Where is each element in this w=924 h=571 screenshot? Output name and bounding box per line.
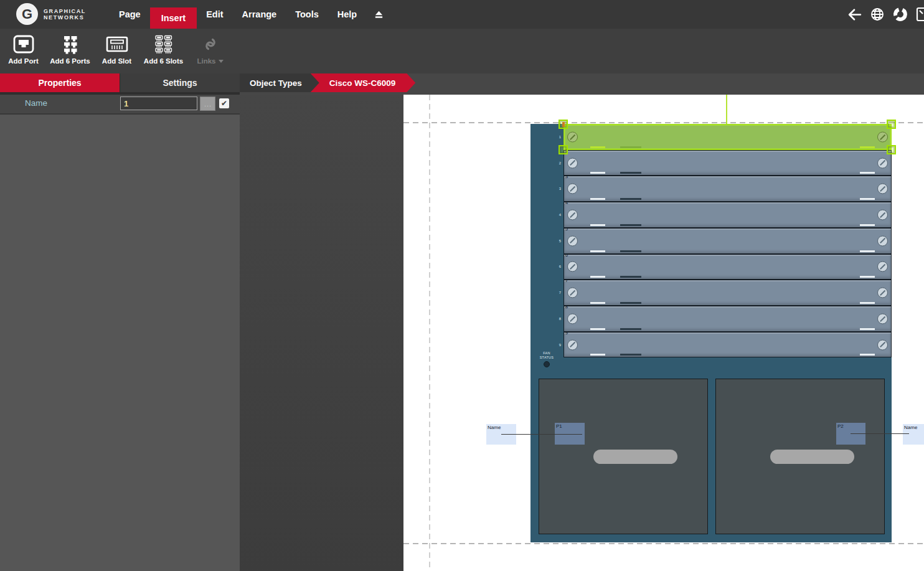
menu-insert[interactable]: Insert — [150, 7, 197, 29]
menu-arrange[interactable]: Arrange — [233, 0, 286, 29]
menu-page[interactable]: Page — [110, 0, 150, 29]
add-6-slots-button[interactable]: Add 6 Slots — [140, 29, 187, 73]
main-menu: Page Insert Edit Arrange Tools Help — [110, 0, 389, 29]
selection-handle-top-right[interactable] — [887, 120, 896, 129]
screw-icon — [567, 339, 578, 350]
screw-icon — [567, 184, 578, 194]
tab-properties[interactable]: Properties — [0, 73, 120, 92]
menu-help[interactable]: Help — [328, 0, 366, 29]
latch-mark — [620, 328, 641, 330]
cisco-ws-c6009-chassis[interactable]: 12233445566778899 FAN STATUS P1 P2 — [530, 124, 892, 542]
latch-mark — [860, 276, 875, 278]
latch-mark — [860, 328, 875, 330]
port-name-tag-right[interactable]: Name — [903, 424, 924, 445]
tab-settings[interactable]: Settings — [120, 73, 240, 92]
slot-number-label: 3 — [554, 187, 561, 191]
globe-icon[interactable] — [869, 6, 885, 22]
logo-icon: G — [16, 3, 38, 25]
selection-handle-bottom-right[interactable] — [887, 145, 896, 154]
logo-text: GRAPHICAL NETWORKS — [44, 8, 86, 21]
screw-icon — [877, 262, 888, 272]
name-property-row: Name ... — [0, 95, 240, 115]
netterrain-app: G GRAPHICAL NETWORKS Page Insert Edit Ar… — [0, 0, 924, 571]
slot-number-label: 6 — [554, 265, 561, 268]
add-slot-button[interactable]: Add Slot — [93, 29, 140, 73]
screw-icon — [877, 288, 888, 298]
latch-mark — [590, 354, 605, 356]
resize-mark — [562, 122, 565, 127]
page-guide-horizontal-top — [403, 122, 924, 123]
insert-indicator-line — [726, 95, 727, 125]
slot-icon — [105, 34, 129, 55]
selection-handle-top-left[interactable] — [559, 120, 568, 129]
window-icon[interactable] — [915, 6, 924, 22]
links-icon — [200, 34, 221, 55]
links-dropdown-button[interactable]: Links — [187, 29, 233, 73]
latch-mark — [590, 224, 605, 226]
chassis-slot-5[interactable]: 55 — [563, 228, 892, 254]
graphical-networks-logo: G GRAPHICAL NETWORKS — [16, 3, 86, 25]
selection-handle-bottom-left[interactable] — [559, 145, 568, 154]
slot-inner-number: 3 — [565, 174, 568, 179]
back-arrow-icon[interactable] — [846, 6, 862, 22]
name-visible-checkbox[interactable] — [219, 98, 229, 108]
chassis-slot-2[interactable]: 22 — [563, 150, 892, 176]
chassis-slot-9[interactable]: 99 — [563, 332, 892, 358]
chassis-slot-1[interactable]: 1 — [563, 124, 892, 150]
latch-mark — [590, 198, 605, 200]
port-icon — [13, 34, 34, 55]
diagram-canvas[interactable]: 12233445566778899 FAN STATUS P1 P2 Name … — [403, 95, 924, 571]
donut-chart-icon[interactable] — [892, 6, 908, 22]
menu-edit[interactable]: Edit — [197, 0, 232, 29]
breadcrumb-cisco-ws-c6009[interactable]: Cisco WS-C6009 — [308, 73, 416, 92]
tab-strip: Properties Settings Object Types Cisco W… — [0, 73, 924, 95]
latch-mark — [620, 224, 641, 226]
connector-line-right — [851, 433, 909, 434]
top-menu-bar: G GRAPHICAL NETWORKS Page Insert Edit Ar… — [0, 0, 924, 29]
latch-mark — [860, 302, 875, 304]
latch-mark — [590, 302, 605, 304]
name-field-label: Name — [25, 98, 47, 108]
latch-mark — [620, 354, 641, 356]
menu-tools[interactable]: Tools — [286, 0, 328, 29]
psu-handle-right — [770, 450, 854, 464]
screw-icon — [567, 210, 578, 220]
screw-icon — [877, 235, 888, 246]
chassis-slot-4[interactable]: 44 — [563, 202, 892, 228]
screw-icon — [877, 313, 888, 324]
latch-mark — [620, 146, 641, 148]
more-options-button[interactable]: ... — [200, 97, 215, 111]
chevron-down-icon — [219, 60, 224, 63]
name-input[interactable] — [120, 97, 197, 110]
connector-line-left — [501, 434, 582, 435]
fan-status-indicator: FAN STATUS — [533, 351, 560, 367]
add-6-ports-button[interactable]: Add 6 Ports — [47, 29, 93, 73]
screw-icon — [567, 262, 578, 272]
slot-inner-number: 9 — [565, 330, 568, 336]
chassis-slot-8[interactable]: 88 — [563, 306, 892, 332]
add-port-button[interactable]: Add Port — [0, 29, 47, 73]
latch-mark — [860, 250, 875, 252]
screw-icon — [877, 184, 888, 194]
six-ports-icon — [60, 34, 80, 55]
chassis-slots: 12233445566778899 — [563, 124, 892, 358]
breadcrumb-object-types[interactable]: Object Types — [240, 73, 319, 92]
eject-icon[interactable] — [369, 0, 389, 29]
chassis-slot-7[interactable]: 77 — [563, 280, 892, 306]
latch-mark — [620, 276, 641, 278]
chassis-slot-6[interactable]: 66 — [563, 254, 892, 280]
latch-mark — [590, 276, 605, 278]
screw-icon — [877, 210, 888, 220]
slot-inner-number: 5 — [565, 226, 568, 232]
page-guide-horizontal-bottom — [403, 543, 924, 544]
object-tree-panel — [240, 95, 403, 571]
screw-icon — [567, 288, 578, 298]
slot-inner-number: 6 — [565, 252, 568, 258]
screw-icon — [877, 339, 888, 350]
screw-icon — [567, 158, 578, 168]
slot-number-label: 8 — [554, 317, 561, 321]
latch-mark — [860, 354, 875, 356]
chassis-slot-3[interactable]: 33 — [563, 176, 892, 202]
psu-handle-left — [593, 450, 677, 464]
latch-mark — [860, 146, 875, 148]
